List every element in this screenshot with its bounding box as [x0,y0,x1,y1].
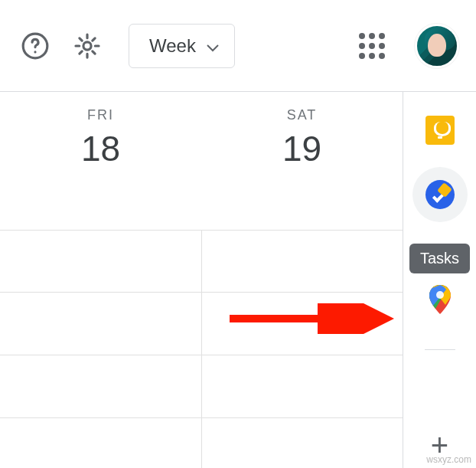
watermark: wsxyz.com [426,454,471,465]
day-headers: FRI 18 SAT 19 [0,92,403,214]
day-name: FRI [0,107,201,123]
settings-gear-icon[interactable] [69,28,106,64]
svg-point-1 [34,51,36,53]
content: FRI 18 SAT 19 [0,92,476,468]
keep-icon [425,116,455,145]
calendar-area: FRI 18 SAT 19 [0,92,403,468]
account-avatar[interactable] [415,24,459,68]
google-apps-icon[interactable] [354,28,390,64]
day-column-sat[interactable]: SAT 19 [201,92,403,214]
panel-divider [425,349,455,350]
view-selector-label: Week [149,35,196,57]
calendar-grid[interactable] [0,230,403,468]
tasks-tooltip: Tasks [409,244,470,273]
view-selector[interactable]: Week [129,24,235,68]
keep-button[interactable] [425,115,455,146]
caret-down-icon [207,35,219,57]
day-number: 18 [0,128,201,169]
day-name: SAT [201,107,403,123]
help-icon[interactable] [17,28,54,64]
maps-button[interactable] [429,285,451,314]
day-column-fri[interactable]: FRI 18 [0,92,201,214]
tasks-button[interactable] [412,167,468,222]
side-panel: Tasks + [403,92,476,468]
svg-point-2 [83,41,91,49]
tasks-icon [425,180,455,209]
day-number: 19 [201,128,403,169]
svg-point-4 [436,291,444,299]
topbar: Week [0,0,476,92]
